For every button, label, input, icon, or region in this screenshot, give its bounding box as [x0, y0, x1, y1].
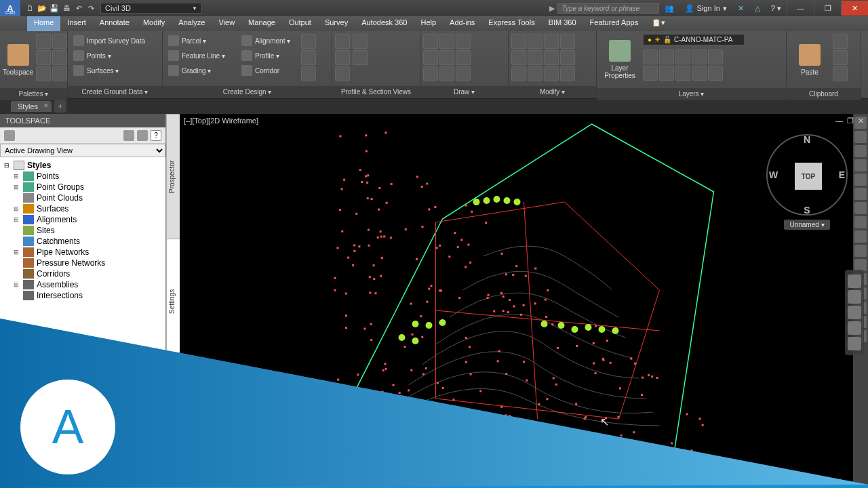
stretch-icon[interactable] — [511, 66, 526, 81]
tree-node[interactable]: Catchments — [0, 236, 165, 247]
tab-help[interactable]: Help — [414, 16, 443, 31]
psv-icon-4[interactable] — [353, 34, 368, 49]
compass-n[interactable]: N — [804, 134, 810, 145]
tab-output[interactable]: Output — [282, 16, 318, 31]
viewport-label[interactable]: [–][Top][2D Wireframe] — [184, 117, 258, 125]
qat-save-icon[interactable]: 💾 — [49, 3, 60, 14]
toolspace-view-dropdown[interactable]: Active Drawing View — [0, 144, 165, 157]
rt-icon-7[interactable] — [854, 202, 867, 214]
layer-dropdown[interactable]: ●☀🔓C-ANNO-MATC-PA — [643, 34, 745, 45]
psv-icon-1[interactable] — [335, 34, 350, 49]
tab-manage[interactable]: Manage — [241, 16, 282, 31]
doc-tab-styles[interactable]: Styles✕ — [11, 101, 52, 112]
tree-node[interactable]: ⊞Alignments — [0, 214, 165, 225]
surfaces-button[interactable]: Surfaces ▾ — [71, 64, 148, 77]
rt-icon-2[interactable] — [854, 131, 867, 143]
layer-icon-9[interactable] — [692, 66, 707, 81]
panel-title-ground[interactable]: Create Ground Data ▾ — [68, 86, 162, 98]
ts-tool-icon-3[interactable] — [137, 130, 148, 141]
sidetab-prospector[interactable]: Prospector — [167, 114, 180, 239]
ellipse-icon[interactable] — [456, 50, 471, 65]
palette-icon-6[interactable] — [52, 66, 67, 81]
panel-title-draw[interactable]: Draw ▾ — [420, 86, 508, 98]
design-icon-2[interactable] — [301, 50, 316, 65]
tree-node[interactable]: Corridors — [0, 268, 165, 279]
tree-node[interactable]: Intersections — [0, 290, 165, 301]
search-play-icon[interactable]: ▶ — [547, 4, 557, 13]
move-icon[interactable] — [511, 34, 526, 49]
tab-autodesk360[interactable]: Autodesk 360 — [355, 16, 414, 31]
qat-redo-icon[interactable]: ↷ — [85, 3, 96, 14]
vp-close-icon[interactable]: ✕ — [858, 117, 864, 125]
trim-icon[interactable] — [544, 34, 559, 49]
offset-icon[interactable] — [560, 66, 575, 81]
layer-icon-5[interactable] — [708, 49, 723, 64]
tree-node[interactable]: Point Clouds — [0, 192, 165, 203]
psv-icon-3[interactable] — [335, 66, 350, 81]
layer-properties-button[interactable]: Layer Properties — [599, 34, 640, 85]
spline-icon[interactable] — [439, 50, 454, 65]
copy-clip-icon[interactable] — [833, 50, 848, 65]
compass-s[interactable]: S — [804, 205, 810, 216]
palette-icon-1[interactable] — [36, 34, 51, 49]
hatch-icon[interactable] — [439, 66, 454, 81]
layer-icon-4[interactable] — [692, 49, 707, 64]
psv-icon-2[interactable] — [335, 50, 350, 65]
workspace-dropdown[interactable]: Civil 3D▼ — [100, 3, 202, 14]
qat-new-icon[interactable]: 🗋 — [24, 3, 35, 14]
parcel-button[interactable]: Parcel ▾ — [165, 34, 228, 47]
tab-view[interactable]: View — [212, 16, 241, 31]
mirror-icon[interactable] — [528, 50, 542, 65]
add-tab-button[interactable]: + — [54, 100, 66, 113]
exchange-icon[interactable]: ✕ — [732, 4, 749, 13]
grading-button[interactable]: Grading ▾ — [165, 64, 228, 77]
panel-title-design[interactable]: Create Design ▾ — [163, 86, 332, 98]
compass-e[interactable]: E — [839, 169, 845, 180]
point-icon[interactable] — [456, 66, 471, 81]
erase-icon[interactable] — [560, 34, 575, 49]
tab-annotate[interactable]: Annotate — [93, 16, 136, 31]
qat-undo-icon[interactable]: ↶ — [73, 3, 84, 14]
drawing-viewport[interactable]: [–][Top][2D Wireframe] — ❐ ✕ N S E W TOP… — [180, 114, 868, 488]
sidetab-settings[interactable]: Settings — [167, 239, 180, 363]
signin-button[interactable]: 👤 Sign In ▾ — [679, 4, 732, 13]
design-icon-1[interactable] — [301, 34, 316, 49]
fillet-icon[interactable] — [544, 50, 559, 65]
points-button[interactable]: Points ▾ — [71, 49, 148, 62]
line-icon[interactable] — [423, 34, 438, 49]
tab-express[interactable]: Express Tools — [481, 16, 541, 31]
tree-node[interactable]: Pressure Networks — [0, 258, 165, 268]
close-button[interactable]: ✕ — [841, 1, 868, 16]
rt-icon-8[interactable] — [854, 216, 867, 228]
ts-help-icon[interactable]: ? — [151, 130, 161, 141]
qat-open-icon[interactable]: 📂 — [37, 3, 47, 14]
ts-tool-icon-1[interactable] — [4, 130, 15, 141]
vp-min-icon[interactable]: — — [835, 117, 843, 125]
palette-icon-3[interactable] — [36, 50, 51, 65]
tab-analyze[interactable]: Analyze — [172, 16, 212, 31]
layer-icon-7[interactable] — [659, 66, 674, 81]
layer-icon-2[interactable] — [659, 49, 674, 64]
layer-icon-10[interactable] — [708, 66, 723, 81]
rt-icon-9[interactable] — [854, 230, 867, 243]
rt-icon-4[interactable] — [854, 159, 867, 171]
arc-icon[interactable] — [456, 34, 471, 49]
panel-title-layers[interactable]: Layers ▾ — [597, 88, 786, 100]
rt-icon-3[interactable] — [854, 145, 867, 157]
panel-title-modify[interactable]: Modify ▾ — [509, 86, 596, 98]
circle-icon[interactable] — [423, 50, 438, 65]
close-tab-icon[interactable]: ✕ — [43, 102, 49, 109]
a360-icon[interactable]: △ — [749, 4, 766, 13]
polyline-icon[interactable] — [439, 34, 454, 49]
array-icon[interactable] — [544, 66, 559, 81]
tab-insert[interactable]: Insert — [60, 16, 93, 31]
tree-node[interactable]: ⊞Assemblies — [0, 279, 165, 290]
minimize-button[interactable]: — — [787, 1, 814, 16]
nav-showmotion-icon[interactable] — [848, 337, 861, 350]
rect-icon[interactable] — [423, 66, 438, 81]
nav-wheel-icon[interactable] — [848, 274, 861, 288]
vp-max-icon[interactable]: ❐ — [847, 117, 854, 125]
import-survey-button[interactable]: Import Survey Data — [71, 34, 148, 47]
layer-icon-1[interactable] — [643, 49, 658, 64]
palette-icon-5[interactable] — [36, 66, 51, 81]
